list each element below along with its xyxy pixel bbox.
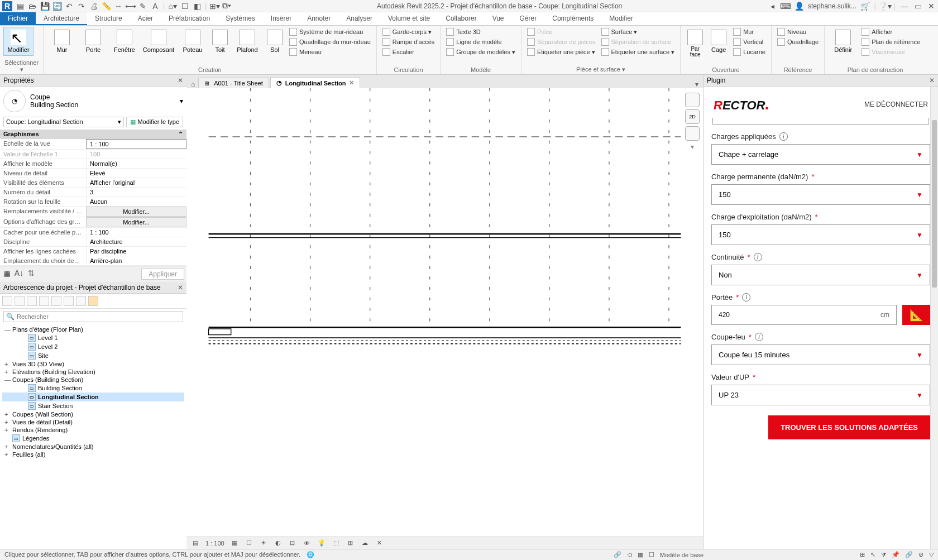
tree-node[interactable]: +Nomenclatures/Quantités (all) [2, 443, 184, 451]
expand-icon[interactable]: — [4, 326, 10, 333]
cont-select[interactable]: Non▼ [711, 265, 930, 285]
status-icon-1[interactable]: 🔗 [614, 551, 621, 558]
info-icon[interactable]: i [779, 132, 788, 141]
vc-detail-icon[interactable]: ▦ [230, 539, 239, 548]
floor-button[interactable]: Sol [264, 27, 286, 56]
disconnect-button[interactable]: ME DÉCONNECTER [864, 100, 928, 108]
close-icon[interactable]: ✕ [927, 2, 936, 11]
expand-icon[interactable]: + [4, 427, 10, 433]
open-wall-button[interactable]: Mur [731, 27, 768, 37]
property-value[interactable]: 1 : 100 [86, 139, 186, 149]
browser-tool7-icon[interactable] [76, 296, 86, 306]
tree-node[interactable]: +Rendus (Rendering) [2, 426, 184, 434]
coupefeu-select[interactable]: Coupe feu 15 minutes▼ [711, 344, 930, 365]
ribbon-tab-structure[interactable]: Structure [87, 12, 130, 25]
window-button[interactable]: Fenêtre [109, 27, 140, 56]
tree-node[interactable]: +Elévations (Building Elevation) [2, 368, 184, 376]
tab-close-icon[interactable]: ✕ [349, 79, 354, 87]
vc-shadow-icon[interactable]: ◐ [274, 539, 283, 548]
open-vert-button[interactable]: Vertical [731, 37, 768, 47]
status-pin-icon[interactable]: 📌 [892, 551, 899, 558]
status-icon-2[interactable]: ▦ [638, 551, 643, 558]
ceiling-button[interactable]: Plafond [232, 27, 262, 56]
qat-home-icon[interactable]: ⌂▾ [168, 2, 177, 11]
browser-search[interactable]: 🔍 [3, 311, 183, 322]
property-row[interactable]: DisciplineArchitecture [0, 237, 186, 247]
status-filter-icon[interactable]: ⧩ [881, 551, 886, 558]
property-row[interactable]: Afficher les lignes cachéesPar disciplin… [0, 247, 186, 256]
view-tab-longitudinal[interactable]: ◔ Longitudinal Section ✕ [270, 77, 361, 88]
type-dropdown-icon[interactable]: ▾ [180, 97, 183, 105]
qat-dim-icon[interactable]: ⟷ [126, 2, 135, 11]
model-group-button[interactable]: Groupe de modèles ▾ [444, 47, 518, 57]
prop-filter-icon[interactable]: ⇅ [27, 269, 36, 277]
level-button[interactable]: Niveau [775, 27, 821, 37]
tab-home-icon[interactable]: ⌂ [191, 80, 195, 88]
model-text-button[interactable]: Texte 3D [444, 27, 518, 37]
nav-wheel-icon[interactable] [685, 126, 700, 141]
tree-node[interactable]: +Feuilles (all) [2, 451, 184, 458]
info-icon[interactable]: i [755, 333, 763, 341]
browser-tool2-icon[interactable] [15, 296, 25, 306]
vc-hide-icon[interactable]: 👁 [303, 539, 312, 548]
shaft-button[interactable]: Cage [707, 27, 730, 56]
byface-button[interactable]: Parface [684, 27, 706, 60]
vc-icon-1[interactable]: ▤ [191, 539, 200, 548]
info-icon[interactable]: i [742, 293, 750, 301]
column-button[interactable]: Poteau [178, 27, 208, 56]
expl-select[interactable]: 150▼ [711, 224, 930, 245]
search-input[interactable] [17, 313, 180, 320]
expand-icon[interactable]: + [4, 368, 10, 375]
ribbon-tab-complements[interactable]: Compléments [544, 12, 601, 25]
property-row[interactable]: Echelle de la vue1 : 100 [0, 139, 186, 150]
property-value[interactable]: Elevé [86, 169, 186, 178]
modify-button[interactable]: ↖ Modifier [3, 27, 34, 56]
prop-section-graphismes[interactable]: Graphismes⌃ [0, 130, 186, 139]
ribbon-tab-modifier[interactable]: Modifier [601, 12, 641, 25]
show-button[interactable]: Afficher [859, 27, 922, 37]
qat-icon-1[interactable]: ▤ [16, 2, 25, 11]
expand-icon[interactable]: + [4, 411, 10, 418]
drawing-canvas[interactable]: 2D ▾ [186, 88, 703, 537]
property-value[interactable]: Arrière-plan [86, 256, 186, 265]
property-value[interactable]: Afficher l'original [86, 178, 186, 187]
tree-node[interactable]: ▭Level 1 [2, 333, 184, 342]
component-button[interactable]: Composant [141, 27, 176, 56]
qat-text-icon[interactable]: A [151, 2, 160, 11]
property-edit-button[interactable]: Modifier... [86, 207, 186, 217]
help-icon[interactable]: ❔▾ [880, 2, 889, 11]
user-name[interactable]: stephane.sulik... [808, 2, 856, 10]
prop-sort-icon[interactable]: A↓ [15, 269, 23, 277]
browser-home-icon[interactable] [2, 296, 12, 306]
stair-button[interactable]: Escalier [380, 47, 437, 57]
model-line-button[interactable]: Ligne de modèle [444, 37, 518, 47]
expand-icon[interactable]: + [4, 443, 10, 450]
qat-tag-icon[interactable]: ✎ [138, 2, 147, 11]
nav-2d-icon[interactable]: 2D [685, 109, 700, 124]
surface-button[interactable]: Surface ▾ [599, 27, 677, 37]
property-row[interactable]: Numéro du détail3 [0, 188, 186, 197]
model-status[interactable]: Modèle de base [660, 552, 704, 558]
tree-node[interactable]: —Coupes (Building Section) [2, 376, 184, 384]
qat-open-icon[interactable]: 🗁 [28, 2, 37, 11]
qat-measure-icon[interactable]: 📏 [102, 2, 111, 11]
property-row[interactable]: Emplacement du choix des co...Arrière-pl… [0, 256, 186, 266]
project-browser-tree[interactable]: —Plans d'étage (Floor Plan)▭Level 1▭Leve… [0, 324, 186, 549]
nav-left-icon[interactable]: ◂ [768, 2, 777, 11]
qat-window-icon[interactable]: ⊞▾ [210, 2, 219, 11]
expand-icon[interactable]: + [4, 451, 10, 458]
measure-button[interactable]: 📐 [902, 305, 930, 325]
property-edit-button[interactable]: Modifier... [86, 217, 186, 227]
vc-prop-icon[interactable]: ⊞ [346, 539, 355, 548]
vc-visual-icon[interactable]: ☐ [245, 539, 253, 548]
user-icon[interactable]: 👤 [795, 2, 803, 11]
ribbon-tab-architecture[interactable]: Architecture [36, 12, 87, 25]
tree-node[interactable]: +Coupes (Wall Section) [2, 410, 184, 418]
dormer-button[interactable]: Lucarne [731, 47, 768, 57]
tree-node[interactable]: +Vues de détail (Detail) [2, 418, 184, 426]
charges-select[interactable]: Chape + carrelage▼ [711, 144, 930, 165]
status-select-icon[interactable]: ↖ [870, 551, 875, 558]
model-status-icon[interactable]: ☐ [649, 551, 654, 558]
browser-tool5-icon[interactable] [51, 296, 61, 306]
property-value[interactable]: 1 : 100 [86, 228, 186, 237]
